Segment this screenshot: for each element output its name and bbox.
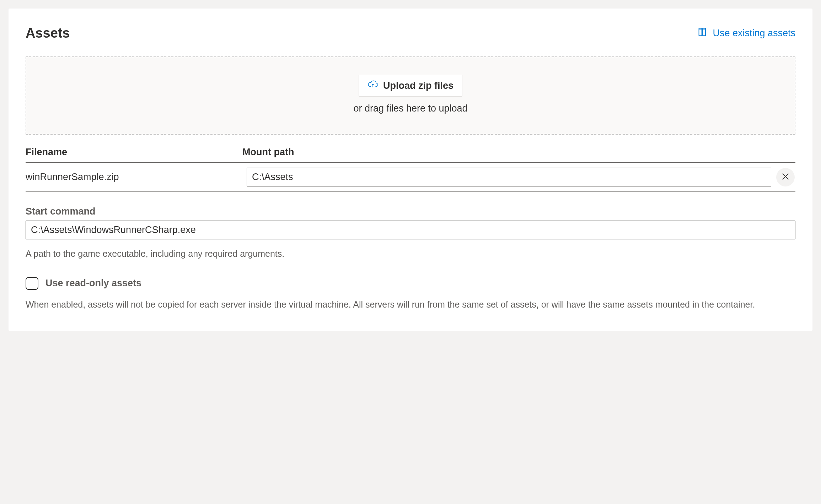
mount-path-input[interactable] — [247, 168, 771, 186]
header-row: Assets Use existing assets — [26, 26, 795, 41]
start-command-help: A path to the game executable, including… — [26, 247, 795, 261]
assets-table-header: Filename Mount path — [26, 143, 795, 163]
use-existing-assets-link[interactable]: Use existing assets — [698, 27, 795, 39]
drag-hint-text: or drag files here to upload — [353, 103, 467, 114]
upload-button-label: Upload zip files — [383, 80, 454, 91]
column-header-mount-path: Mount path — [242, 147, 795, 158]
upload-zip-button[interactable]: Upload zip files — [359, 75, 462, 97]
readonly-assets-checkbox[interactable] — [26, 277, 38, 290]
upload-dropzone[interactable]: Upload zip files or drag files here to u… — [26, 56, 795, 135]
assets-card: Assets Use existing assets — [9, 9, 812, 331]
start-command-input[interactable] — [26, 221, 795, 239]
library-icon — [698, 27, 708, 39]
readonly-assets-help: When enabled, assets will not be copied … — [26, 298, 795, 311]
svg-rect-0 — [699, 28, 702, 36]
readonly-assets-row: Use read-only assets — [26, 277, 795, 290]
readonly-assets-label: Use read-only assets — [45, 278, 141, 289]
use-existing-assets-label: Use existing assets — [713, 28, 795, 39]
table-row: winRunnerSample.zip — [26, 163, 795, 192]
asset-filename: winRunnerSample.zip — [26, 172, 242, 183]
cloud-upload-icon — [367, 80, 378, 91]
section-title: Assets — [26, 26, 70, 41]
start-command-field: Start command A path to the game executa… — [26, 206, 795, 261]
svg-rect-1 — [703, 28, 705, 36]
close-icon — [782, 173, 789, 181]
remove-asset-button[interactable] — [776, 168, 795, 186]
start-command-label: Start command — [26, 206, 795, 217]
column-header-filename: Filename — [26, 147, 242, 158]
